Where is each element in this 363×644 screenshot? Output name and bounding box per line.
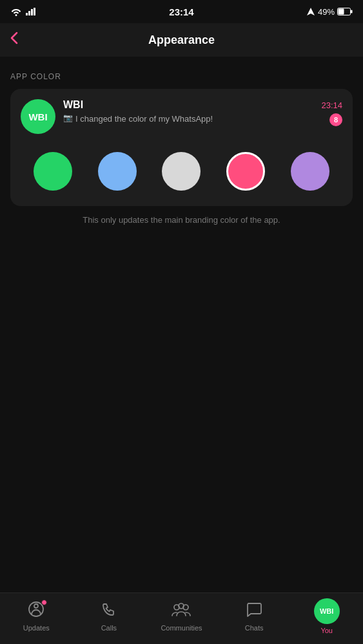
svg-rect-3 [34, 8, 35, 15]
svg-rect-7 [351, 10, 353, 14]
camera-icon: 📷 [63, 113, 73, 122]
svg-rect-6 [338, 9, 344, 15]
svg-marker-4 [307, 8, 315, 15]
swatch-purple[interactable] [291, 152, 329, 191]
status-left [10, 7, 36, 16]
tab-label-you: You [320, 627, 333, 634]
chat-name: WBI [63, 99, 83, 111]
chat-time: 23:14 [321, 100, 342, 110]
tab-item-updates[interactable]: Updates [0, 601, 73, 637]
chat-name-row: WBI 23:14 [63, 99, 342, 111]
updates-dot [41, 600, 47, 605]
status-bar: 23:14 49% [0, 0, 363, 23]
unread-badge: 8 [329, 113, 342, 126]
tab-label-updates: Updates [23, 624, 50, 632]
chat-msg-row: 📷 I changed the color of my WhatsApp! 8 [63, 113, 342, 126]
swatch-blue[interactable] [98, 152, 137, 191]
header-title: Appearance [148, 33, 215, 47]
svg-rect-1 [28, 11, 30, 15]
status-time: 23:14 [169, 6, 193, 17]
hint-text: This only updates the main branding colo… [10, 215, 353, 225]
wifi-icon [10, 7, 22, 16]
tab-label-communities: Communities [161, 624, 202, 632]
swatch-green[interactable] [34, 152, 72, 191]
swatch-pink[interactable] [226, 152, 265, 191]
section-label: APP COLOR [10, 72, 353, 81]
swatch-row [21, 147, 342, 196]
main-content: APP COLOR WBI WBI 23:14 📷 I changed the … [0, 57, 363, 225]
chat-message: I changed the color of my WhatsApp! [75, 113, 213, 125]
avatar: WBI [21, 99, 55, 134]
back-button[interactable] [10, 32, 18, 48]
svg-rect-0 [26, 13, 28, 15]
tab-label-chats: Chats [245, 624, 264, 632]
battery-percentage: 49% [318, 7, 335, 17]
communities-icon [172, 601, 191, 621]
signal-icon [26, 8, 36, 15]
tab-item-calls[interactable]: Calls [73, 601, 146, 637]
tab-label-calls: Calls [101, 624, 117, 632]
svg-rect-2 [31, 9, 33, 15]
updates-icon [28, 601, 44, 621]
color-card: WBI WBI 23:14 📷 I changed the color of m… [10, 89, 353, 206]
you-avatar: WBI [314, 598, 340, 624]
location-icon [306, 7, 315, 16]
tab-item-you[interactable]: WBI You [290, 598, 363, 639]
tab-item-communities[interactable]: Communities [145, 601, 218, 637]
tab-item-chats[interactable]: Chats [218, 601, 291, 637]
status-right: 49% [306, 7, 353, 17]
tab-bar: Updates Calls Communities [0, 592, 363, 644]
swatch-white[interactable] [162, 152, 201, 191]
calls-icon [101, 601, 117, 621]
svg-point-9 [34, 604, 38, 608]
battery-icon [337, 8, 353, 15]
chat-preview: WBI WBI 23:14 📷 I changed the color of m… [21, 99, 342, 134]
chats-icon [246, 601, 262, 621]
chat-info: WBI 23:14 📷 I changed the color of my Wh… [63, 99, 342, 126]
header: Appearance [0, 23, 363, 57]
